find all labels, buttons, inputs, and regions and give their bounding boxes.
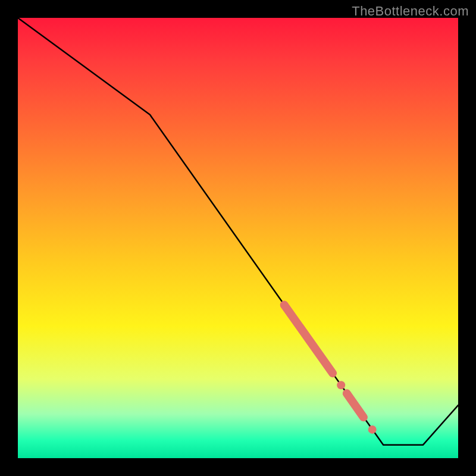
line-highlight-1 bbox=[284, 305, 333, 374]
dot-highlight-1 bbox=[337, 381, 345, 389]
chart-frame: TheBottleneck.com bbox=[0, 0, 476, 476]
chart-overlay bbox=[18, 18, 458, 458]
line-main-curve bbox=[18, 18, 458, 445]
line-highlight-2 bbox=[347, 393, 364, 417]
dot-highlight-2 bbox=[368, 425, 377, 434]
watermark-text: TheBottleneck.com bbox=[352, 4, 469, 19]
